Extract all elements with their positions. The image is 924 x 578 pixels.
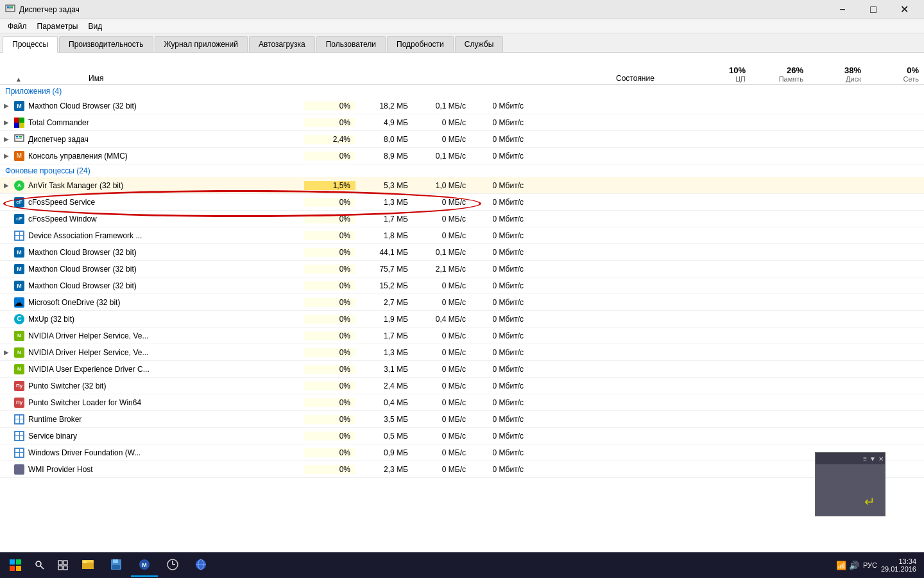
taskbar-app-maxthon[interactable]: M [131, 554, 158, 577]
col-name-header[interactable]: Имя [83, 74, 616, 83]
table-row[interactable]: N NVIDIA Driver Helper Service, Ve... 0%… [0, 328, 924, 344]
process-net: 0 Мбит/с [471, 415, 529, 424]
menu-file[interactable]: Файл [3, 21, 32, 32]
table-row[interactable]: ▶ Диспетчер задач 2,4% 8,0 МБ 0 МБ/с 0 М… [0, 131, 924, 148]
process-cpu: 0% [304, 348, 355, 357]
svg-rect-21 [58, 566, 62, 570]
taskbar-app-save[interactable] [103, 554, 130, 577]
process-icon: ☁ [13, 296, 26, 309]
close-button[interactable]: ✕ [889, 0, 919, 19]
process-icon: A [13, 179, 26, 192]
process-name: Runtime Broker [28, 415, 221, 424]
menu-bar: Файл Параметры Вид [0, 19, 924, 33]
table-row[interactable]: N NVIDIA User Experience Driver C... 0% … [0, 361, 924, 378]
taskbar-right: 📶 🔊 РУС 13:34 29.01.2016 [836, 557, 921, 573]
process-mem: 0,4 МБ [355, 398, 413, 407]
process-name: NVIDIA Driver Helper Service, Ve... [28, 331, 221, 340]
process-list: Приложения (4) ▶ M Maxthon Cloud Browser… [0, 85, 924, 554]
table-row[interactable]: M Maxthon Cloud Browser (32 bit) 0% 75,7… [0, 261, 924, 277]
table-row[interactable]: Пу Punto Switcher Loader for Win64 0% 0,… [0, 394, 924, 411]
process-disk: 0,1 МБ/с [413, 152, 471, 161]
taskbar-app-explorer[interactable] [74, 554, 101, 577]
process-net: 0 Мбит/с [471, 281, 529, 290]
process-net: 0 Мбит/с [471, 448, 529, 457]
table-row[interactable]: Runtime Broker 0% 3,5 МБ 0 МБ/с 0 Мбит/с [0, 411, 924, 428]
table-row[interactable]: Service binary 0% 0,5 МБ 0 МБ/с 0 Мбит/с [0, 428, 924, 444]
table-row[interactable]: ▶ N NVIDIA Driver Helper Service, Ve... … [0, 344, 924, 361]
maximize-button[interactable]: □ [859, 0, 888, 19]
tab-app-history[interactable]: Журнал приложений [155, 36, 248, 52]
expand-icon[interactable]: ▶ [0, 152, 13, 159]
search-button[interactable] [28, 554, 51, 577]
table-row[interactable]: ▶ M Maxthon Cloud Browser (32 bit) 0% 18… [0, 98, 924, 114]
menu-params[interactable]: Параметры [32, 21, 83, 32]
section-background: Фоновые процессы (24) [0, 164, 924, 177]
table-row[interactable]: M Maxthon Cloud Browser (32 bit) 0% 44,1… [0, 244, 924, 261]
tab-details[interactable]: Подробности [387, 36, 454, 52]
process-name: Maxthon Cloud Browser (32 bit) [28, 281, 221, 290]
process-mem: 0,9 МБ [355, 448, 413, 457]
table-row[interactable]: C MxUp (32 bit) 0% 1,9 МБ 0,4 МБ/с 0 Мби… [0, 311, 924, 328]
floating-menu-icon: ≡ [863, 455, 867, 462]
start-button[interactable] [3, 554, 28, 577]
tab-services[interactable]: Службы [455, 36, 503, 52]
col-cpu-header[interactable]: 10% ЦП [699, 66, 751, 83]
process-disk: 0 МБ/с [413, 118, 471, 127]
table-row[interactable]: Windows Driver Foundation (W... 0% 0,9 М… [0, 444, 924, 461]
process-disk: 0 МБ/с [413, 465, 471, 474]
expand-icon[interactable]: ▶ [0, 349, 13, 356]
tab-startup[interactable]: Автозагрузка [249, 36, 315, 52]
menu-view[interactable]: Вид [83, 21, 107, 32]
expand-icon[interactable]: ▶ [0, 102, 13, 109]
table-row[interactable]: cF cFosSpeed Window 0% 1,7 МБ 0 МБ/с 0 М… [0, 211, 924, 227]
table-row[interactable]: ▶ M Консоль управления (MMC) 0% 8,9 МБ 0… [0, 148, 924, 164]
process-mem: 1,8 МБ [355, 231, 413, 240]
expand-icon[interactable]: ▶ [0, 182, 13, 189]
process-cpu: 0% [304, 381, 355, 390]
process-name: Maxthon Cloud Browser (32 bit) [28, 265, 221, 274]
process-net: 0 Мбит/с [471, 198, 529, 207]
svg-rect-22 [64, 566, 67, 570]
process-icon [13, 430, 26, 442]
process-cpu: 0% [304, 365, 355, 374]
minimize-button[interactable]: − [828, 0, 857, 19]
main-content: ▲ Имя Состояние 10% ЦП 26% Память 38% Ди… [0, 53, 924, 554]
expand-icon[interactable]: ▶ [0, 136, 13, 143]
tab-processes[interactable]: Процессы [3, 36, 58, 53]
svg-rect-20 [64, 561, 67, 565]
table-row[interactable]: cF cFosSpeed Service 0% 1,3 МБ 0 МБ/с 0 … [0, 194, 924, 211]
process-name: Windows Driver Foundation (W... [28, 448, 221, 457]
taskbar-language[interactable]: РУС [863, 561, 877, 569]
taskbar-date-display: 29.01.2016 [881, 565, 916, 573]
table-row[interactable]: ▶ A AnVir Task Manager (32 bit) 1,5% 5,3… [0, 177, 924, 194]
table-row[interactable]: ☁ Microsoft OneDrive (32 bit) 0% 2,7 МБ … [0, 294, 924, 311]
process-icon: N [13, 329, 26, 342]
col-disk-header[interactable]: 38% Диск [809, 66, 866, 83]
col-status-header[interactable]: Состояние [616, 74, 699, 83]
table-row[interactable]: ▶ Total Commander 0% 4,9 МБ 0 МБ/с 0 Мби… [0, 114, 924, 131]
process-net: 0 Мбит/с [471, 265, 529, 274]
taskbar-app-globe[interactable] [187, 554, 214, 577]
process-icon: N [13, 363, 26, 376]
process-icon [13, 116, 26, 129]
table-row[interactable]: M Maxthon Cloud Browser (32 bit) 0% 15,2… [0, 277, 924, 294]
table-row[interactable]: Пу Punto Switcher (32 bit) 0% 2,4 МБ 0 М… [0, 378, 924, 394]
task-view-button[interactable] [51, 554, 74, 577]
svg-rect-12 [16, 138, 22, 139]
tab-users[interactable]: Пользователи [316, 36, 386, 52]
col-mem-header[interactable]: 26% Память [751, 66, 809, 83]
svg-rect-10 [16, 136, 18, 137]
process-mem: 15,2 МБ [355, 281, 413, 290]
table-row[interactable]: Device Association Framework ... 0% 1,8 … [0, 227, 924, 244]
col-net-header[interactable]: 0% Сеть [866, 66, 924, 83]
floating-sort-icon: ▼ [869, 455, 876, 462]
process-icon [13, 413, 26, 426]
table-row[interactable]: WMI Provider Host 0% 2,3 МБ 0 МБ/с 0 Мби… [0, 461, 924, 478]
floating-close-icon[interactable]: ✕ [878, 455, 884, 462]
tab-performance[interactable]: Производительность [59, 36, 153, 52]
process-disk: 0 МБ/с [413, 331, 471, 340]
taskbar-app-clock[interactable] [159, 554, 186, 577]
process-name: Консоль управления (MMC) [28, 152, 221, 161]
expand-icon[interactable]: ▶ [0, 119, 13, 126]
process-net: 0 Мбит/с [471, 152, 529, 161]
